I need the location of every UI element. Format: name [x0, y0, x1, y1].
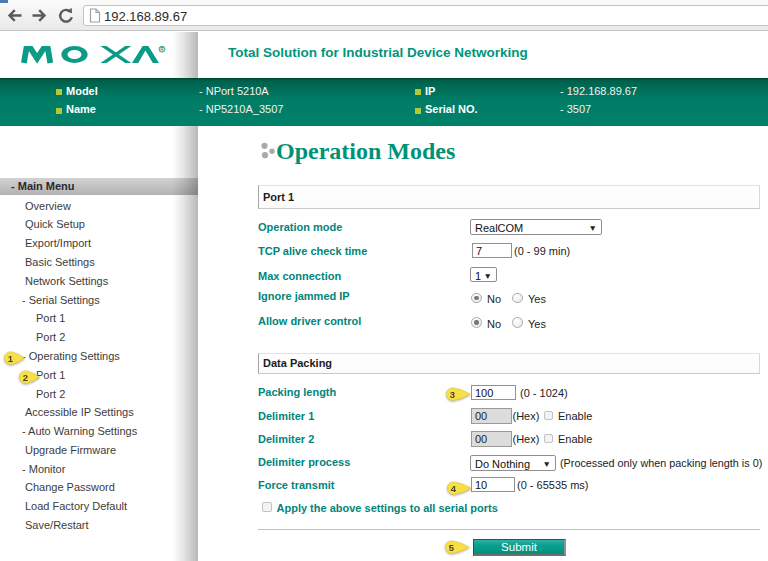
svg-text:5: 5: [448, 541, 454, 552]
svg-text:3: 3: [450, 389, 455, 400]
svg-text:2: 2: [23, 372, 28, 383]
svg-text:1: 1: [8, 352, 14, 363]
svg-text:4: 4: [450, 483, 456, 494]
